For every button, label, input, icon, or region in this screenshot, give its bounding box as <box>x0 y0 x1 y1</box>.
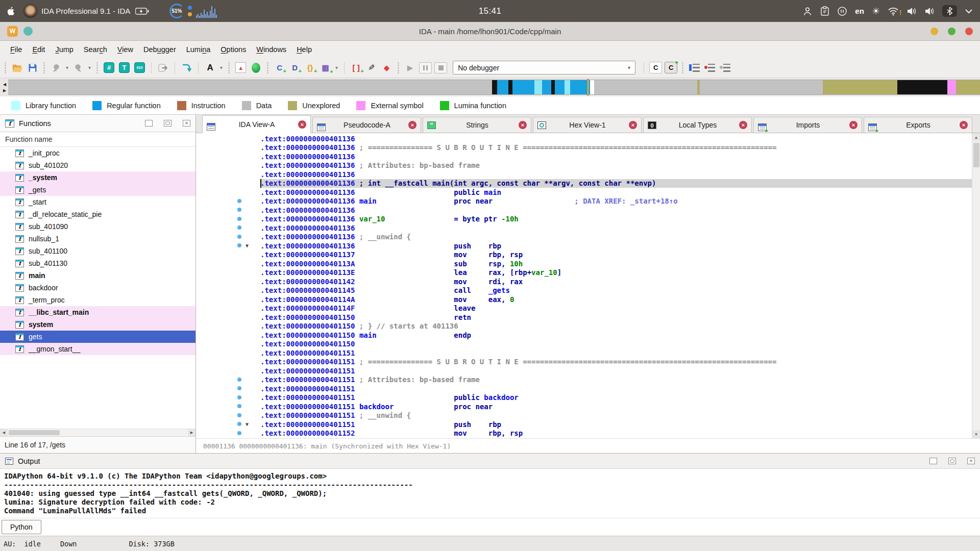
dropdown-caret-icon[interactable]: ▾ <box>335 65 338 70</box>
disassembly-line[interactable]: .text:000000000040113E lea rax, [rbp+var… <box>196 268 972 278</box>
wifi-icon[interactable]: ! <box>888 7 899 16</box>
tab-close-icon[interactable]: × <box>739 121 747 129</box>
maximize-panel-icon[interactable] <box>145 120 153 127</box>
breakpoint-icon[interactable]: ◆ <box>380 61 393 75</box>
disassembly-line[interactable]: .text:0000000000401136 <box>196 170 972 179</box>
debugger-start-icon[interactable]: ▶ <box>404 61 416 75</box>
scrollbar-track[interactable] <box>8 429 188 436</box>
vertical-scrollbar[interactable]: ▲ ▼ <box>972 133 980 438</box>
disassembly-line[interactable]: .text:0000000000401151 ; ===============… <box>196 358 972 367</box>
function-row[interactable]: fsub_401130 <box>0 257 195 269</box>
tab-ida-view-a[interactable]: IDA View-A× <box>202 115 311 133</box>
chevron-down-icon[interactable] <box>965 9 973 14</box>
keyboard-layout-indicator[interactable]: en <box>855 7 864 15</box>
python-command-input[interactable] <box>43 520 978 534</box>
menu-item-windows[interactable]: Windows <box>251 43 291 56</box>
navigate-forward-icon[interactable] <box>72 61 85 75</box>
dropdown-caret-icon[interactable]: ▾ <box>88 65 91 70</box>
function-row[interactable]: fsub_401020 <box>0 159 195 171</box>
disassembly-line[interactable]: .text:0000000000401151 <box>196 384 972 393</box>
menu-item-edit[interactable]: Edit <box>27 43 50 56</box>
menu-item-search[interactable]: Search <box>79 43 112 56</box>
tab-close-icon[interactable]: × <box>849 121 857 129</box>
menu-item-jump[interactable]: Jump <box>50 43 78 56</box>
function-row[interactable]: f_start <box>0 196 195 208</box>
disassembly-line[interactable]: .text:0000000000401137 mov rbp, rsp <box>196 251 972 260</box>
disassembly-line[interactable]: .text:000000000040114A mov eax, 0 <box>196 295 972 304</box>
function-name-column-header[interactable]: Function name <box>0 132 195 147</box>
save-file-icon[interactable] <box>26 61 39 75</box>
tab-close-icon[interactable]: × <box>960 121 968 129</box>
disassembly-line[interactable]: .text:0000000000401150 main endp <box>196 331 972 340</box>
function-row[interactable]: f__libc_start_main <box>0 306 195 318</box>
menu-item-file[interactable]: File <box>5 43 27 56</box>
function-row[interactable]: f_term_proc <box>0 294 195 306</box>
debugger-select[interactable]: No debugger▾ <box>453 61 635 74</box>
disassembly-line[interactable]: .text:0000000000401136 public main <box>196 188 972 197</box>
menu-item-debugger[interactable]: Debugger <box>138 43 181 56</box>
disassembly-line[interactable]: .text:0000000000401136 var_10 = byte ptr… <box>196 215 972 224</box>
navigate-back-icon[interactable] <box>50 61 62 75</box>
tab-local-types[interactable]: 0Local Types× <box>643 117 752 133</box>
make-code-icon[interactable]: C+ <box>273 61 286 75</box>
tab-close-icon[interactable]: × <box>519 121 527 129</box>
minimize-button[interactable] <box>930 28 938 35</box>
disassembly-line[interactable]: ▼.text:0000000000401151 push rbp <box>196 420 972 429</box>
brightness-icon[interactable]: ☀ <box>872 7 880 16</box>
function-row[interactable]: f_init_proc <box>0 147 195 159</box>
quick-c-icon[interactable]: C <box>649 61 662 75</box>
disassembly-line[interactable]: .text:000000000040114F leave <box>196 304 972 313</box>
function-row[interactable]: fsystem <box>0 318 195 331</box>
threads-list-icon[interactable] <box>719 61 731 75</box>
scroll-down-icon[interactable]: ▼ <box>972 430 980 438</box>
float-output-icon[interactable] <box>948 458 956 464</box>
output-log[interactable]: IDAPython 64-bit v9.1.0 (c) The IDAPytho… <box>0 469 980 518</box>
disassembly-line[interactable]: .text:0000000000401136 ; ===============… <box>196 143 972 153</box>
open-file-icon[interactable] <box>11 61 23 75</box>
menu-item-view[interactable]: View <box>112 43 138 56</box>
debugger-pause-icon[interactable] <box>419 61 432 75</box>
breakpoints-list-icon[interactable] <box>703 61 716 75</box>
tab-hex-view-1[interactable]: Hex View-1× <box>533 117 642 133</box>
disassembly-line[interactable]: .text:0000000000401151 public backdoor <box>196 393 972 403</box>
close-button[interactable] <box>965 28 973 35</box>
float-panel-icon[interactable] <box>164 120 172 127</box>
tab-close-icon[interactable]: × <box>629 121 637 129</box>
active-app-title[interactable]: IDA Professional 9.1 - IDA <box>41 7 130 15</box>
function-row[interactable]: f__gmon_start__ <box>0 343 195 355</box>
workspace-badge-icon[interactable]: W <box>7 26 18 37</box>
disassembly-line[interactable]: .text:0000000000401136 <box>196 223 972 233</box>
debugger-stop-icon[interactable] <box>434 61 447 75</box>
clipboard-icon[interactable] <box>820 6 829 16</box>
function-row[interactable]: fsub_401090 <box>0 220 195 233</box>
disassembly-line[interactable]: .text:0000000000401150 <box>196 340 972 349</box>
collapse-arrow-icon[interactable]: ▼ <box>246 242 249 249</box>
pause-circle-icon[interactable] <box>837 6 847 16</box>
disassembly-line[interactable]: .text:0000000000401150 ; } // starts at … <box>196 322 972 331</box>
disassembly-line[interactable]: .text:0000000000401145 call _gets <box>196 286 972 295</box>
disassembly-line[interactable]: .text:0000000000401136 ; int __fastcall … <box>196 179 972 188</box>
rename-icon[interactable]: A <box>204 61 216 75</box>
tab-strings[interactable]: ”Strings× <box>423 117 531 133</box>
tab-exports[interactable]: ▸Exports× <box>864 117 972 133</box>
disassembly-line[interactable]: .text:0000000000401151 backdoor proc nea… <box>196 402 972 411</box>
function-row[interactable]: f_gets <box>0 184 195 196</box>
scroll-right-icon[interactable]: ▶ <box>188 429 195 436</box>
function-row[interactable]: fmain <box>0 269 195 282</box>
scroll-left-icon[interactable]: ◀ <box>0 429 8 436</box>
sound-output-icon[interactable] <box>906 7 917 16</box>
disassembly-line[interactable]: .text:0000000000401136 ; __unwind { <box>196 233 972 242</box>
disassembly-line[interactable]: .text:0000000000401151 ; Attributes: bp-… <box>196 375 972 385</box>
lumina-icon[interactable] <box>250 61 262 75</box>
function-row[interactable]: fnullsub_1 <box>0 233 195 245</box>
scroll-up-icon[interactable]: ▲ <box>972 133 980 141</box>
user-avatar[interactable] <box>23 4 37 18</box>
disassembly-line[interactable]: .text:0000000000401150 retn <box>196 313 972 322</box>
menu-item-options[interactable]: Options <box>215 43 251 56</box>
tab-close-icon[interactable]: × <box>408 121 416 129</box>
jump-binary-icon[interactable]: 010 <box>133 61 146 75</box>
dropdown-caret-icon[interactable]: ▾ <box>66 65 68 70</box>
jump-number-icon[interactable]: # <box>103 61 115 75</box>
scrollbar-thumb[interactable] <box>9 430 60 435</box>
edit-function-icon[interactable]: ✎ <box>365 61 378 75</box>
